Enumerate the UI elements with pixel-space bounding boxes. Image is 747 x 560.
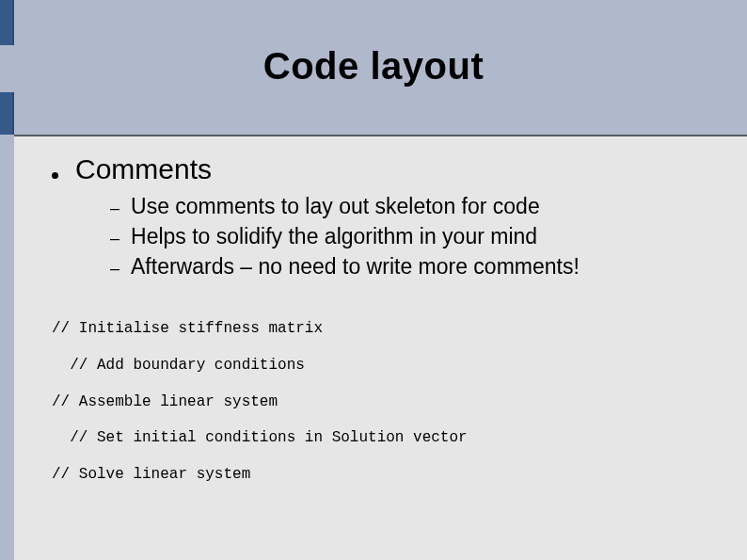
code-line: // Initialise stiffness matrix (52, 319, 709, 339)
sub-bullet-item: – Helps to solidify the algorithm in you… (110, 223, 709, 251)
code-block: // Initialise stiffness matrix // Add bo… (52, 319, 709, 485)
title-area: Code layout (0, 45, 747, 88)
sub-bullet-item: – Use comments to lay out skeleton for c… (110, 193, 709, 221)
code-line: // Set initial conditions in Solution ve… (52, 428, 709, 448)
rail-segment-mid (0, 92, 14, 135)
dash-icon: – (110, 255, 119, 281)
rail-segment-top (0, 0, 14, 45)
bullet-item: Comments (52, 153, 709, 185)
dash-icon: – (110, 195, 119, 221)
dash-icon: – (110, 225, 119, 251)
sub-bullet-list: – Use comments to lay out skeleton for c… (110, 193, 709, 281)
slide-title: Code layout (0, 45, 747, 88)
sub-bullet-text: Use comments to lay out skeleton for cod… (131, 193, 540, 219)
content-panel: Comments – Use comments to lay out skele… (14, 135, 747, 560)
code-line: // Add boundary conditions (52, 356, 709, 376)
sub-bullet-text: Afterwards – no need to write more comme… (131, 253, 580, 280)
code-line: // Assemble linear system (52, 392, 709, 412)
bullet-label: Comments (75, 153, 212, 185)
sub-bullet-text: Helps to solidify the algorithm in your … (131, 223, 537, 249)
code-line: // Solve linear system (52, 465, 709, 485)
bullet-dot-icon (52, 172, 58, 179)
sub-bullet-item: – Afterwards – no need to write more com… (110, 253, 709, 281)
